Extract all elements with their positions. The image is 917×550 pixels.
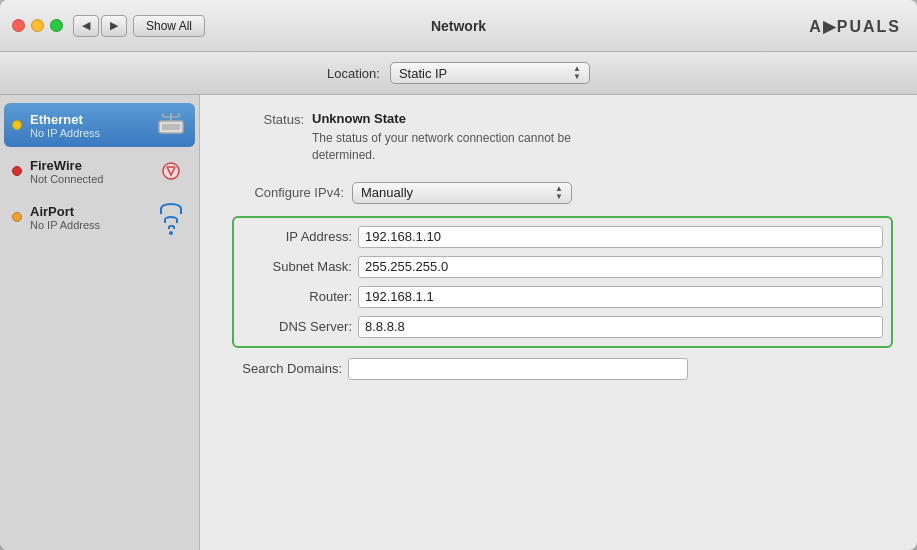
search-domains-input[interactable]	[348, 358, 688, 380]
ip-address-label: IP Address:	[242, 229, 352, 244]
forward-arrow-icon	[110, 19, 118, 32]
dns-server-label: DNS Server:	[242, 319, 352, 334]
subnet-mask-input[interactable]	[358, 256, 883, 278]
location-select[interactable]: Static IP ▲ ▼	[390, 62, 590, 84]
configure-label: Configure IPv4:	[224, 185, 344, 200]
configure-select[interactable]: Manually ▲ ▼	[352, 182, 572, 204]
dns-server-input[interactable]	[358, 316, 883, 338]
ethernet-status-dot	[12, 120, 22, 130]
airport-name: AirPort	[30, 204, 155, 219]
ethernet-info: Ethernet No IP Address	[30, 112, 155, 139]
appuals-logo: A▶PUALS	[809, 15, 901, 36]
status-description: The status of your network connection ca…	[312, 130, 632, 164]
ethernet-icon	[155, 109, 187, 141]
search-domains-label: Search Domains:	[232, 361, 342, 376]
sidebar-item-ethernet[interactable]: Ethernet No IP Address	[4, 103, 195, 147]
ethernet-status: No IP Address	[30, 127, 155, 139]
location-label: Location:	[327, 66, 380, 81]
minimize-button[interactable]	[31, 19, 44, 32]
right-panel: Status: Unknown State The status of your…	[200, 95, 917, 550]
titlebar: Show All Network A▶PUALS	[0, 0, 917, 52]
configure-arrows-icon: ▲ ▼	[555, 185, 563, 201]
ethernet-name: Ethernet	[30, 112, 155, 127]
status-row: Status: Unknown State The status of your…	[224, 111, 893, 164]
status-section: Status: Unknown State The status of your…	[224, 111, 893, 164]
maximize-button[interactable]	[50, 19, 63, 32]
fields-group: IP Address: Subnet Mask: Router: DNS Ser…	[232, 216, 893, 348]
sidebar: Ethernet No IP Address	[0, 95, 200, 550]
svg-rect-1	[162, 124, 180, 130]
back-button[interactable]	[73, 15, 99, 37]
router-label: Router:	[242, 289, 352, 304]
ip-address-row: IP Address:	[234, 222, 891, 252]
airport-status-dot	[12, 212, 22, 222]
ip-address-input[interactable]	[358, 226, 883, 248]
toolbar: Location: Static IP ▲ ▼	[0, 52, 917, 95]
router-input[interactable]	[358, 286, 883, 308]
configure-value: Manually	[361, 185, 549, 200]
firewire-icon	[155, 155, 187, 187]
close-button[interactable]	[12, 19, 25, 32]
subnet-mask-label: Subnet Mask:	[242, 259, 352, 274]
firewire-name: FireWire	[30, 158, 155, 173]
show-all-label: Show All	[146, 19, 192, 33]
show-all-button[interactable]: Show All	[133, 15, 205, 37]
search-domains-row: Search Domains:	[232, 358, 893, 380]
dns-server-row: DNS Server:	[234, 312, 891, 342]
main-content: Ethernet No IP Address	[0, 95, 917, 550]
firewire-info: FireWire Not Connected	[30, 158, 155, 185]
sidebar-item-airport[interactable]: AirPort No IP Address	[4, 195, 195, 239]
back-arrow-icon	[82, 19, 90, 32]
appuals-logo-text: A▶PUALS	[809, 17, 901, 34]
forward-button[interactable]	[101, 15, 127, 37]
traffic-lights	[12, 19, 63, 32]
status-value: Unknown State	[312, 111, 406, 126]
airport-wifi-icon	[155, 201, 187, 233]
location-value: Static IP	[399, 66, 567, 81]
firewire-status: Not Connected	[30, 173, 155, 185]
status-label: Status:	[224, 111, 304, 127]
airport-status: No IP Address	[30, 219, 155, 231]
configure-row: Configure IPv4: Manually ▲ ▼	[224, 182, 893, 204]
airport-info: AirPort No IP Address	[30, 204, 155, 231]
window-title: Network	[431, 18, 486, 34]
router-row: Router:	[234, 282, 891, 312]
nav-buttons	[73, 15, 127, 37]
sidebar-item-firewire[interactable]: FireWire Not Connected	[4, 149, 195, 193]
subnet-mask-row: Subnet Mask:	[234, 252, 891, 282]
main-window: Show All Network A▶PUALS Location: Stati…	[0, 0, 917, 550]
firewire-status-dot	[12, 166, 22, 176]
location-arrows-icon: ▲ ▼	[573, 65, 581, 81]
